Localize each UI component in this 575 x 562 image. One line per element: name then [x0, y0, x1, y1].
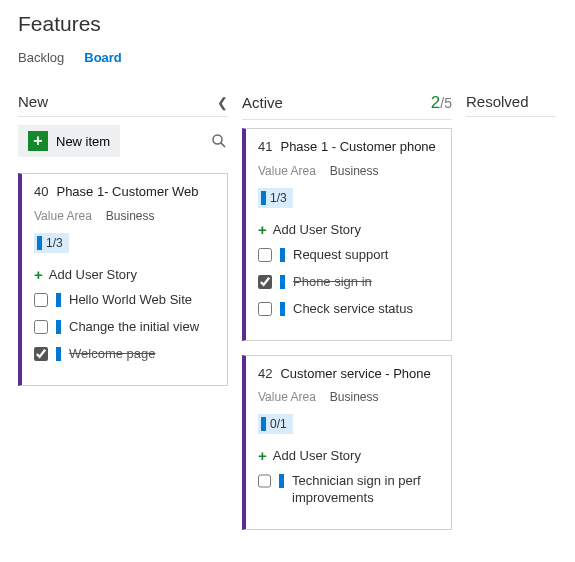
column-divider [18, 116, 228, 117]
page-title: Features [18, 12, 557, 36]
story-item[interactable]: Check service status [258, 301, 439, 318]
add-user-story-button[interactable]: + Add User Story [258, 222, 439, 237]
story-label: Technician sign in perf improvements [292, 473, 439, 507]
wip-current: 2 [431, 93, 440, 112]
tab-board[interactable]: Board [84, 50, 122, 65]
kanban-board: New ❮ + New item 40 Phase 1- Customer We… [18, 93, 557, 544]
story-item[interactable]: Hello World Web Site [34, 292, 215, 309]
story-checkbox[interactable] [34, 347, 48, 361]
story-type-icon [280, 275, 285, 289]
value-area-label: Value Area [258, 390, 316, 404]
progress-bar-icon [261, 417, 266, 431]
story-type-icon [56, 347, 61, 361]
search-icon[interactable] [210, 132, 228, 150]
collapse-column-icon[interactable]: ❮ [217, 95, 228, 110]
story-type-icon [280, 302, 285, 316]
story-item[interactable]: Phone sign in [258, 274, 439, 291]
progress-badge[interactable]: 0/1 [258, 414, 293, 434]
add-user-story-button[interactable]: + Add User Story [258, 448, 439, 463]
progress-bar-icon [261, 191, 266, 205]
column-resolved: Resolved [466, 93, 556, 125]
new-item-label: New item [56, 134, 110, 149]
story-label: Change the initial view [69, 319, 199, 336]
add-user-story-button[interactable]: + Add User Story [34, 267, 215, 282]
story-checkbox[interactable] [258, 248, 272, 262]
card-id: 42 [258, 366, 272, 381]
column-new-label: New [18, 93, 48, 110]
svg-line-1 [221, 143, 225, 147]
card-id: 40 [34, 184, 48, 199]
progress-bar-icon [37, 236, 42, 250]
value-area-label: Value Area [258, 164, 316, 178]
column-divider [242, 119, 452, 120]
wip-limit: 5 [444, 95, 452, 111]
plus-icon: + [28, 131, 48, 151]
story-label: Check service status [293, 301, 413, 318]
story-item[interactable]: Change the initial view [34, 319, 215, 336]
card-title: Phase 1- Customer Web [56, 184, 198, 201]
plus-icon: + [258, 448, 267, 463]
story-checkbox[interactable] [258, 302, 272, 316]
column-resolved-label: Resolved [466, 93, 529, 110]
story-item[interactable]: Technician sign in perf improvements [258, 473, 439, 507]
story-item[interactable]: Welcome page [34, 346, 215, 363]
column-divider [466, 116, 556, 117]
value-area: Business [330, 390, 379, 404]
column-active-label: Active [242, 94, 283, 111]
feature-card[interactable]: 41 Phase 1 - Customer phone Value Area B… [242, 128, 452, 341]
svg-point-0 [213, 135, 222, 144]
story-label: Phone sign in [293, 274, 372, 291]
card-title: Phase 1 - Customer phone [280, 139, 435, 156]
feature-card[interactable]: 42 Customer service - Phone Value Area B… [242, 355, 452, 531]
plus-icon: + [258, 222, 267, 237]
story-label: Hello World Web Site [69, 292, 192, 309]
story-type-icon [279, 474, 284, 488]
story-type-icon [56, 293, 61, 307]
value-area: Business [106, 209, 155, 223]
story-type-icon [280, 248, 285, 262]
view-tabs: Backlog Board [18, 50, 557, 65]
story-checkbox[interactable] [258, 474, 271, 488]
progress-text: 1/3 [270, 191, 287, 205]
story-checkbox[interactable] [258, 275, 272, 289]
new-item-button[interactable]: + New item [18, 125, 120, 157]
tab-backlog[interactable]: Backlog [18, 50, 64, 65]
progress-text: 1/3 [46, 236, 63, 250]
card-title: Customer service - Phone [280, 366, 430, 383]
story-item[interactable]: Request support [258, 247, 439, 264]
story-type-icon [56, 320, 61, 334]
story-label: Welcome page [69, 346, 155, 363]
feature-card[interactable]: 40 Phase 1- Customer Web Value Area Busi… [18, 173, 228, 386]
progress-badge[interactable]: 1/3 [258, 188, 293, 208]
add-user-story-label: Add User Story [273, 448, 361, 463]
card-id: 41 [258, 139, 272, 154]
column-new: New ❮ + New item 40 Phase 1- Customer We… [18, 93, 228, 400]
story-checkbox[interactable] [34, 293, 48, 307]
story-checkbox[interactable] [34, 320, 48, 334]
column-active: Active 2/5 41 Phase 1 - Customer phone V… [242, 93, 452, 544]
progress-badge[interactable]: 1/3 [34, 233, 69, 253]
wip-counter: 2/5 [431, 93, 452, 113]
story-label: Request support [293, 247, 388, 264]
plus-icon: + [34, 267, 43, 282]
add-user-story-label: Add User Story [273, 222, 361, 237]
progress-text: 0/1 [270, 417, 287, 431]
value-area: Business [330, 164, 379, 178]
add-user-story-label: Add User Story [49, 267, 137, 282]
value-area-label: Value Area [34, 209, 92, 223]
